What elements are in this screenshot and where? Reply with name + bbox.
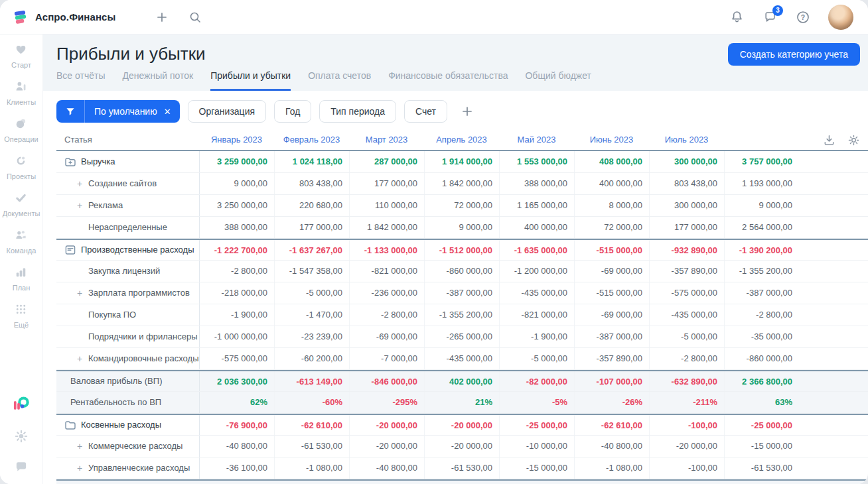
row-label: Реклама	[88, 195, 123, 216]
create-category-button[interactable]: Создать категорию учета	[728, 43, 860, 66]
sidebar-item-more[interactable]: Ещё	[3, 303, 40, 329]
row-label: Командировочные расходы	[88, 348, 199, 369]
cell-value: 3 250 000,00	[199, 195, 274, 216]
sidebar-item-label: Проекты	[7, 172, 36, 180]
table-row[interactable]: +Зарплата программистов-218 000,00-5 000…	[56, 282, 868, 304]
aspro-suite-logo-icon[interactable]	[11, 394, 31, 414]
expand-plus-icon[interactable]: +	[76, 436, 84, 457]
main-content: Прибыли и убытки Создать категорию учета…	[43, 34, 868, 484]
sidebar-item-clients[interactable]: Клиенты	[3, 80, 40, 106]
app-logo-icon	[12, 9, 29, 26]
folder-plus-icon[interactable]	[64, 156, 76, 168]
cell-value: -575 000,00	[649, 282, 724, 304]
expand-plus-icon[interactable]: +	[76, 457, 84, 479]
table-row[interactable]: +Управленческие расходы-36 100,00-1 080,…	[56, 457, 868, 479]
help-icon[interactable]: ?	[795, 9, 811, 25]
cell-value: -25 000,00	[499, 415, 574, 435]
cell-value: -1 470,00	[274, 304, 349, 326]
tab-5[interactable]: Общий бюджет	[525, 70, 591, 91]
table-row[interactable]: +Командировочные расходы-575 000,00-60 2…	[56, 348, 868, 370]
cell-value: -76 900,00	[199, 415, 274, 435]
cell-value: 287 000,00	[349, 151, 424, 172]
doc-lines-icon[interactable]	[64, 244, 76, 256]
cell-value: -15 000,00	[724, 436, 799, 457]
download-icon[interactable]	[822, 133, 835, 147]
sidebar-item-label: Ещё	[14, 321, 29, 329]
search-icon[interactable]	[187, 9, 203, 25]
column-header-month: Апрель 2023	[424, 130, 499, 150]
expand-plus-icon[interactable]: +	[76, 173, 84, 194]
cell-value: -1 637 267,00	[274, 240, 349, 260]
add-filter-icon[interactable]	[459, 103, 475, 119]
cell-value: -1 000 000,00	[199, 326, 274, 347]
filter-chip-3[interactable]: Счет	[404, 100, 447, 123]
tab-1[interactable]: Денежный поток	[122, 70, 193, 91]
feedback-chat-icon[interactable]	[13, 459, 29, 475]
svg-text:?: ?	[801, 13, 805, 21]
sidebar-item-plan[interactable]: План	[3, 266, 40, 292]
tab-3[interactable]: Оплата счетов	[308, 70, 371, 91]
row-label: Управленческие расходы	[88, 457, 190, 479]
tab-2[interactable]: Прибыли и убытки	[210, 70, 291, 91]
cell-value: -1 547 358,00	[274, 261, 349, 282]
table-row[interactable]: Производственные расходы-1 222 700,00-1 …	[56, 239, 868, 261]
sidebar-item-documents[interactable]: Документы	[3, 192, 40, 217]
cell-value: -5 000,00	[499, 348, 574, 369]
filter-chip-1[interactable]: Год	[274, 100, 311, 123]
chat-icon[interactable]: 3	[762, 9, 778, 25]
cell-value: -1 635 000,00	[499, 240, 574, 260]
filter-preset-chip[interactable]: По умолчанию ✕	[56, 100, 180, 123]
table-row[interactable]: Косвенные расходы-76 900,00-62 610,00-20…	[56, 414, 868, 436]
cell-value: -932 890,00	[649, 240, 724, 260]
row-label: Подрядчики и фрилансеры	[88, 326, 198, 347]
cell-value: -5 000,00	[649, 326, 724, 347]
column-header-month: Февраль 2023	[274, 130, 349, 150]
filter-chip-0[interactable]: Организация	[188, 100, 266, 123]
tab-4[interactable]: Финансовые обязательства	[388, 70, 508, 91]
funnel-icon[interactable]	[56, 100, 85, 123]
expand-plus-icon[interactable]: +	[76, 282, 84, 304]
cell-value: -860 000,00	[724, 348, 799, 369]
table-row[interactable]: +Реклама3 250 000,00220 680,00110 000,00…	[56, 195, 868, 217]
user-avatar[interactable]	[828, 5, 853, 30]
expand-plus-icon[interactable]: +	[76, 348, 84, 369]
folder-icon[interactable]	[64, 419, 76, 431]
row-label: Коммерческие расходы	[88, 436, 182, 457]
cell-value: 400 000,00	[499, 217, 574, 238]
row-label-cell: Выручка	[56, 151, 199, 172]
table-row[interactable]: Выручка3 259 000,001 024 118,00287 000,0…	[56, 151, 868, 173]
cell-value: -20 000,00	[649, 436, 724, 457]
sidebar-item-start[interactable]: Старт	[3, 43, 40, 69]
cell-value: -1 900,00	[499, 326, 574, 347]
add-icon[interactable]	[154, 9, 170, 25]
cell-value: 300 000,00	[649, 151, 724, 172]
sidebar-item-projects[interactable]: Проекты	[3, 154, 40, 180]
cell-value: -20 000,00	[349, 415, 424, 435]
row-label: Косвенные расходы	[81, 415, 161, 435]
expand-plus-icon[interactable]: +	[76, 195, 84, 216]
cell-value: -40 800,00	[349, 457, 424, 479]
table-row[interactable]: +Коммерческие расходы-40 800,00-61 530,0…	[56, 436, 868, 457]
settings-gear-icon[interactable]	[13, 428, 29, 444]
cell-value: 2 366 800,00	[724, 371, 799, 391]
cell-value: 9 000,00	[424, 217, 499, 238]
bell-icon[interactable]	[729, 9, 745, 25]
app-name: Аспро.Финансы	[35, 11, 115, 23]
cell-value: -1 133 000,00	[349, 240, 424, 260]
sidebar-item-label: Старт	[11, 61, 31, 69]
table-row[interactable]: +Создание сайтов9 000,00803 438,00177 00…	[56, 173, 868, 195]
sidebar-item-team[interactable]: Команда	[3, 229, 40, 255]
table-header-row: Статья Январь 2023 Февраль 2023 Март 202…	[56, 130, 868, 151]
cell-value: 72 000,00	[574, 217, 649, 238]
table-settings-gear-icon[interactable]	[847, 133, 860, 147]
row-label-cell: +Создание сайтов	[56, 173, 199, 194]
filter-clear-icon[interactable]: ✕	[163, 100, 180, 123]
filter-chip-2[interactable]: Тип периода	[319, 100, 396, 123]
sidebar-item-label: Клиенты	[7, 98, 36, 106]
table-row: Валовая прибыль (ВП)2 036 300,00-613 149…	[56, 370, 868, 392]
tab-0[interactable]: Все отчёты	[56, 70, 105, 91]
cell-value: -2 800,00	[349, 304, 424, 326]
cell-value: -23 239,00	[274, 326, 349, 347]
sidebar-item-operations[interactable]: Операции	[3, 117, 40, 143]
plan-icon	[15, 266, 27, 281]
